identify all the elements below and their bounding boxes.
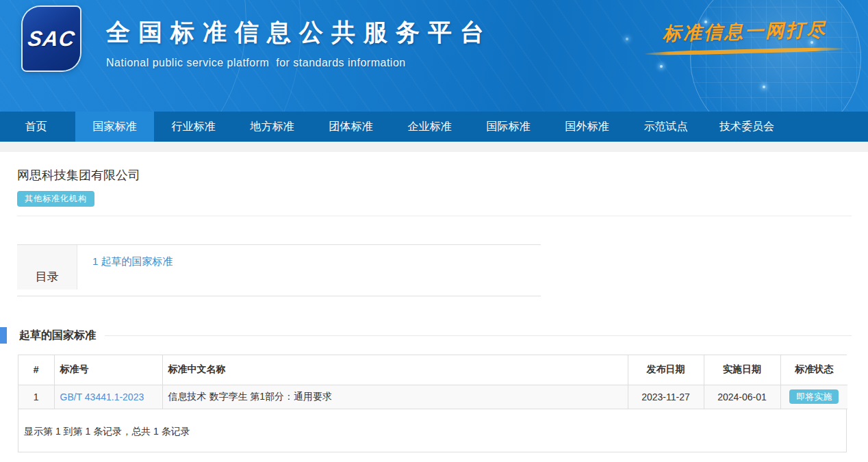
nav-item-home[interactable]: 首页: [0, 112, 75, 142]
table-row: 1 GB/T 43441.1-2023 信息技术 数字孪生 第1部分：通用要求 …: [18, 385, 847, 409]
cell-standard-no: GB/T 43441.1-2023: [54, 385, 162, 409]
page-gray-band: [0, 142, 868, 152]
nav-item-pilot-demonstration[interactable]: 示范试点: [626, 112, 705, 142]
column-header-index: #: [18, 355, 54, 385]
nav-item-technical-committees[interactable]: 技术委员会: [705, 112, 789, 142]
organization-type-badge: 其他标准化机构: [17, 191, 94, 207]
sac-logo-text: SAC: [26, 27, 77, 51]
section-header: 起草的国家标准: [0, 327, 868, 344]
section-title: 起草的国家标准: [19, 329, 96, 343]
nav-item-local-standards[interactable]: 地方标准: [233, 112, 311, 142]
column-header-publish-date: 发布日期: [628, 355, 704, 385]
sac-logo[interactable]: SAC: [23, 7, 80, 70]
toc-box: 目录 1 起草的国家标准: [17, 244, 541, 296]
cell-status: 即将实施: [780, 385, 847, 409]
main-nav: 首页 国家标准 行业标准 地方标准 团体标准 企业标准 国际标准 国外标准 示范…: [0, 112, 868, 142]
column-header-implement-date: 实施日期: [704, 355, 780, 385]
toc-label: 目录: [17, 245, 77, 290]
glow-dot: [660, 65, 663, 68]
site-title: 全国标准信息公共服务平台: [106, 16, 492, 49]
cell-index: 1: [18, 385, 54, 409]
site-banner: SAC 全国标准信息公共服务平台 National public service…: [0, 0, 868, 112]
standards-table-container: # 标准号 标准中文名称 发布日期 实施日期 标准状态 1 GB/T 43441…: [18, 355, 847, 452]
cell-implement-date: 2024-06-01: [704, 385, 780, 409]
table-header-row: # 标准号 标准中文名称 发布日期 实施日期 标准状态: [18, 355, 847, 385]
nav-item-foreign-standards[interactable]: 国外标准: [548, 112, 626, 142]
pagination-summary: 显示第 1 到第 1 条记录，总共 1 条记录: [18, 409, 846, 452]
column-header-chinese-name: 标准中文名称: [162, 355, 628, 385]
organization-name: 网思科技集团有限公司: [17, 167, 868, 183]
column-header-status: 标准状态: [780, 355, 847, 385]
nav-item-industry-standards[interactable]: 行业标准: [154, 112, 233, 142]
glow-dot: [763, 86, 765, 88]
slogan: 标准信息一网打尽: [642, 19, 847, 53]
nav-item-national-standards[interactable]: 国家标准: [75, 112, 154, 142]
column-header-standard-no: 标准号: [54, 355, 162, 385]
toc-content: 1 起草的国家标准: [77, 245, 173, 290]
nav-item-international-standards[interactable]: 国际标准: [469, 112, 548, 142]
section-accent-bar: [0, 327, 7, 344]
nav-item-group-standards[interactable]: 团体标准: [311, 112, 390, 142]
divider: [17, 216, 852, 216]
site-subtitle: National public service platform for sta…: [106, 57, 492, 69]
nav-item-enterprise-standards[interactable]: 企业标准: [390, 112, 469, 142]
toc-link-drafted-national-standards[interactable]: 1 起草的国家标准: [92, 255, 173, 267]
glow-dot: [626, 38, 628, 40]
standards-table: # 标准号 标准中文名称 发布日期 实施日期 标准状态 1 GB/T 43441…: [18, 355, 847, 409]
main-content: 网思科技集团有限公司 其他标准化机构 目录 1 起草的国家标准 起草的国家标准 …: [0, 152, 868, 452]
cell-publish-date: 2023-11-27: [628, 385, 704, 409]
slogan-text: 标准信息一网打尽: [642, 16, 848, 47]
cell-chinese-name: 信息技术 数字孪生 第1部分：通用要求: [162, 385, 628, 409]
site-titles: 全国标准信息公共服务平台 National public service pla…: [106, 16, 492, 69]
status-badge: 即将实施: [789, 389, 839, 404]
standard-number-link[interactable]: GB/T 43441.1-2023: [60, 392, 144, 402]
section-rule: [105, 335, 852, 336]
